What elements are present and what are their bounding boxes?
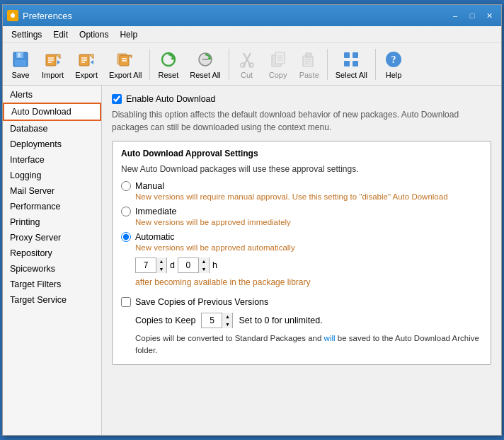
sidebar-item-target-service[interactable]: Target Service: [3, 292, 101, 308]
copy-button[interactable]: Copy: [263, 47, 293, 82]
paste-button[interactable]: Paste: [294, 47, 324, 82]
sidebar-item-logging[interactable]: Logging: [3, 168, 101, 183]
minimize-button[interactable]: –: [447, 9, 463, 22]
days-spin-up[interactable]: ▲: [156, 257, 166, 265]
days-input[interactable]: [136, 258, 156, 272]
menu-edit[interactable]: Edit: [47, 28, 74, 41]
maximize-button[interactable]: □: [464, 9, 480, 22]
cut-icon: [237, 50, 257, 69]
select-all-icon: [341, 50, 361, 69]
enable-auto-download-row: Enable Auto Download: [112, 94, 491, 104]
copies-spinbox: ▲ ▼: [201, 313, 233, 328]
hours-spinbox: ▲ ▼: [178, 257, 210, 273]
group-description: New Auto Download packages will use thes…: [121, 164, 482, 174]
window-title: Preferences: [23, 11, 72, 21]
copies-spin-down[interactable]: ▼: [222, 320, 232, 328]
svg-rect-46: [353, 61, 358, 66]
save-copies-section: Save Copies of Previous Versions Copies …: [121, 297, 482, 357]
hours-label: h: [212, 260, 217, 270]
menu-options[interactable]: Options: [74, 28, 114, 41]
save-copies-checkbox[interactable]: [121, 297, 131, 307]
save-button[interactable]: Save: [6, 47, 35, 82]
copies-desc-1: Copies will be converted to Standard Pac…: [135, 334, 321, 342]
reset-button[interactable]: Reset: [153, 47, 183, 82]
toolbar: Save Import: [3, 43, 501, 86]
select-all-button[interactable]: Select All: [331, 47, 372, 82]
close-button[interactable]: ✕: [481, 9, 497, 22]
export-button[interactable]: Export: [70, 47, 103, 82]
automatic-label[interactable]: Automatic: [135, 232, 175, 242]
menu-settings[interactable]: Settings: [6, 28, 47, 41]
set-to-zero-text: Set to 0 for unlimited.: [239, 315, 322, 325]
days-spinbox: ▲ ▼: [135, 257, 167, 273]
paste-label: Paste: [299, 71, 319, 79]
import-button[interactable]: Import: [37, 47, 69, 82]
toolbar-sep-4: [375, 49, 376, 80]
immediate-label[interactable]: Immediate: [135, 207, 176, 216]
reset-all-icon: [195, 50, 215, 69]
svg-marker-14: [89, 54, 93, 59]
automatic-radio[interactable]: [121, 232, 131, 242]
export-all-button[interactable]: Export All: [104, 47, 147, 82]
auto-time-row: ▲ ▼ d ▲ ▼: [135, 257, 482, 273]
radio-group: Manual New versions will require manual …: [121, 181, 482, 287]
sidebar-item-proxy-server[interactable]: Proxy Server: [3, 230, 101, 245]
svg-text:?: ?: [391, 54, 396, 65]
sidebar-item-spiceworks[interactable]: Spiceworks: [3, 261, 101, 277]
help-button[interactable]: ? Help: [379, 47, 408, 82]
copies-spin-up[interactable]: ▲: [222, 313, 232, 320]
sidebar-item-interface[interactable]: Interface: [3, 152, 101, 168]
svg-rect-44: [353, 52, 358, 58]
hours-spin-down[interactable]: ▼: [199, 265, 209, 273]
sidebar-item-auto-download[interactable]: Auto Download: [3, 103, 101, 121]
manual-label[interactable]: Manual: [135, 181, 164, 191]
sidebar: Alerts Auto Download Database Deployment…: [3, 86, 102, 435]
help-icon: ?: [384, 50, 403, 69]
menu-help[interactable]: Help: [114, 28, 143, 41]
reset-icon: [159, 50, 178, 69]
save-copies-label[interactable]: Save Copies of Previous Versions: [135, 297, 268, 307]
svg-rect-6: [18, 53, 21, 57]
cut-label: Cut: [241, 71, 253, 79]
immediate-radio[interactable]: [121, 207, 131, 216]
select-all-label: Select All: [336, 71, 367, 79]
hours-input[interactable]: [178, 258, 198, 272]
sidebar-item-alerts[interactable]: Alerts: [3, 87, 101, 103]
copies-keep-label: Copies to Keep: [135, 315, 195, 325]
sidebar-item-target-filters[interactable]: Target Filters: [3, 277, 101, 292]
svg-marker-18: [91, 60, 93, 64]
sidebar-item-printing[interactable]: Printing: [3, 214, 101, 230]
days-spin-down[interactable]: ▼: [156, 265, 166, 273]
copies-input[interactable]: [202, 313, 222, 328]
automatic-option: Automatic New versions will be approved …: [121, 232, 482, 287]
window-controls: – □ ✕: [447, 9, 497, 22]
copies-description: Copies will be converted to Standard Pac…: [135, 332, 482, 357]
reset-all-button[interactable]: Reset All: [185, 47, 225, 82]
sidebar-item-deployments[interactable]: Deployments: [3, 137, 101, 152]
svg-rect-45: [344, 61, 350, 66]
sidebar-item-database[interactable]: Database: [3, 121, 101, 137]
sidebar-item-repository[interactable]: Repository: [3, 245, 101, 261]
sidebar-item-performance[interactable]: Performance: [3, 199, 101, 214]
export-all-icon: [115, 50, 135, 69]
sidebar-item-mail-server[interactable]: Mail Server: [3, 183, 101, 199]
cut-button[interactable]: Cut: [232, 47, 262, 82]
main-content: Enable Auto Download Disabling this opti…: [102, 86, 501, 435]
manual-option: Manual New versions will require manual …: [121, 181, 482, 201]
copies-desc-will: will: [324, 334, 336, 342]
enable-auto-download-label[interactable]: Enable Auto Download: [126, 94, 215, 104]
automatic-desc: New versions will be approved automatica…: [135, 243, 482, 252]
manual-radio[interactable]: [121, 181, 131, 191]
svg-point-2: [12, 13, 13, 14]
svg-rect-5: [15, 60, 26, 66]
group-title: Auto Download Approval Settings: [121, 149, 482, 158]
preferences-window: Preferences – □ ✕ Settings Edit Options …: [2, 4, 502, 436]
menu-bar: Settings Edit Options Help: [3, 26, 501, 43]
copies-keep-row: Copies to Keep ▲ ▼ Set to 0 for unlimite…: [135, 313, 482, 328]
svg-marker-21: [129, 55, 132, 58]
toolbar-sep-2: [229, 49, 229, 80]
hours-spin-up[interactable]: ▲: [199, 257, 209, 265]
immediate-option: Immediate New versions will be approved …: [121, 207, 482, 226]
svg-marker-12: [57, 60, 60, 64]
enable-auto-download-checkbox[interactable]: [112, 94, 122, 104]
